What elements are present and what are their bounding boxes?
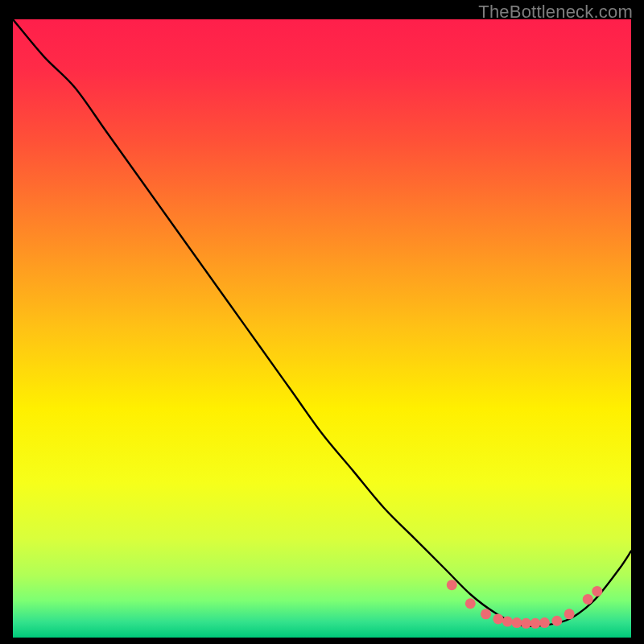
highlight-dot bbox=[511, 617, 522, 628]
highlight-dot bbox=[539, 617, 550, 628]
highlight-dot bbox=[521, 618, 531, 629]
highlight-dot bbox=[447, 580, 457, 590]
highlight-dot bbox=[592, 586, 602, 597]
highlight-dot bbox=[481, 609, 491, 619]
highlight-dot bbox=[502, 617, 513, 627]
bottleneck-chart bbox=[13, 19, 631, 638]
highlight-dot bbox=[465, 598, 476, 609]
highlight-dot bbox=[493, 613, 503, 624]
chart-frame bbox=[13, 19, 631, 638]
gradient-background bbox=[13, 19, 631, 638]
highlight-dot bbox=[583, 594, 593, 605]
highlight-dot bbox=[530, 618, 540, 629]
highlight-dot bbox=[551, 616, 562, 626]
highlight-dot bbox=[564, 609, 575, 619]
